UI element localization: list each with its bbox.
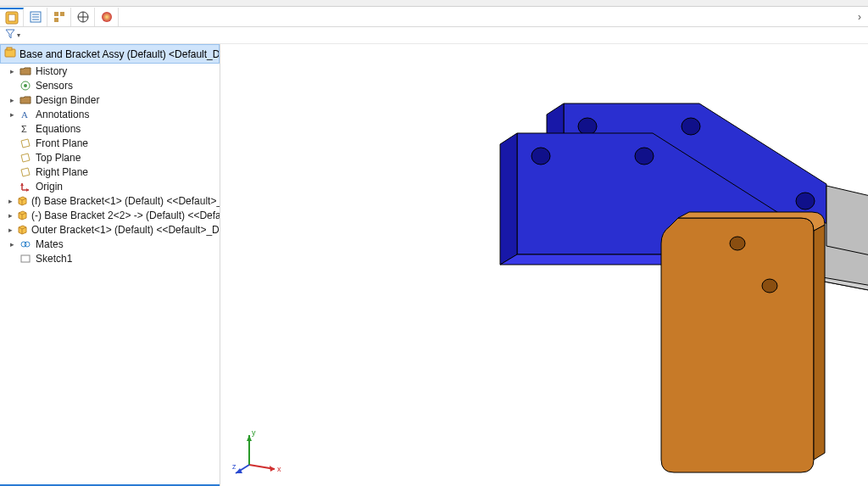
plane-icon	[19, 152, 32, 164]
annot-icon: A	[19, 109, 32, 120]
tab-property-manager[interactable]	[24, 8, 47, 26]
svg-point-33	[25, 242, 30, 247]
svg-point-16	[24, 84, 27, 87]
triad-z-label: z	[232, 462, 236, 471]
svg-rect-14	[7, 47, 12, 50]
app-root: › ▾ Base and Bracket Assy (Default) <Def…	[0, 0, 868, 486]
graphics-viewport[interactable]: x y z	[220, 44, 868, 486]
tab-display-manager[interactable]	[95, 8, 119, 26]
folder-icon	[19, 65, 32, 77]
sigma-icon: Σ	[19, 123, 32, 135]
triad-x-label: x	[277, 465, 281, 473]
sketch-icon	[19, 253, 32, 265]
plane-icon	[19, 137, 32, 149]
tree-node-label: Annotations	[36, 109, 89, 120]
tree-node[interactable]: ▸(-) Base Bracket 2<2> -> (Default) <<De…	[0, 208, 220, 222]
tree-node-label: (-) Base Bracket 2<2> -> (Default) <<Def…	[31, 209, 220, 221]
window-top-strip	[0, 0, 868, 7]
tree-node-label: Sensors	[36, 80, 73, 92]
tree-expand-toggle[interactable]: ▸	[8, 211, 13, 220]
feature-tree: ▸HistorySensors▸Design Binder▸AAnnotatio…	[0, 64, 220, 483]
tree-node-label: Mates	[36, 238, 64, 250]
svg-point-37	[796, 193, 815, 209]
panel-tabstrip: ›	[0, 7, 868, 27]
svg-marker-22	[26, 188, 29, 192]
tree-expand-toggle[interactable]: ▸	[8, 110, 15, 119]
filter-icon[interactable]	[5, 29, 15, 42]
origin-icon	[19, 181, 32, 193]
filter-row: ▾	[0, 27, 868, 44]
tree-expand-toggle[interactable]: ▸	[8, 67, 15, 75]
tree-node[interactable]: ▸Outer Bracket<1> (Default) <<Default>_D…	[0, 222, 220, 237]
panel-expand-button[interactable]: ›	[851, 11, 868, 23]
tree-expand-toggle[interactable]: ▸	[8, 96, 15, 104]
part-icon	[16, 195, 28, 207]
view-triad[interactable]: x y z	[232, 427, 283, 478]
tree-node-label: (f) Base Bracket<1> (Default) <<Default>…	[31, 195, 220, 207]
tree-node[interactable]: Front Plane	[0, 136, 220, 150]
svg-text:A: A	[21, 109, 28, 120]
tree-node-label: Sketch1	[36, 253, 72, 265]
triad-y-label: y	[252, 428, 256, 437]
plane-icon	[19, 166, 32, 178]
svg-rect-6	[54, 12, 58, 16]
tree-node[interactable]: ▸AAnnotations	[0, 107, 220, 121]
assembly-icon	[4, 47, 16, 61]
tree-node-label: Design Binder	[36, 94, 99, 106]
tree-root-label: Base and Bracket Assy (Default) <Default…	[19, 48, 220, 60]
svg-text:Σ: Σ	[21, 124, 27, 134]
part-icon	[16, 209, 28, 221]
tree-node-label: Right Plane	[36, 166, 88, 178]
tree-node[interactable]: Top Plane	[0, 150, 220, 165]
tab-feature-manager[interactable]	[0, 8, 24, 26]
tree-root-row[interactable]: Base and Bracket Assy (Default) <Default…	[0, 44, 220, 64]
svg-point-46	[762, 279, 777, 293]
tree-node[interactable]: ▸(f) Base Bracket<1> (Default) <<Default…	[0, 193, 220, 208]
tab-configuration-manager[interactable]	[47, 8, 71, 26]
svg-point-45	[730, 237, 745, 250]
svg-rect-34	[21, 255, 30, 262]
svg-rect-1	[8, 14, 15, 21]
main-area: Base and Bracket Assy (Default) <Default…	[0, 44, 868, 486]
tree-node-label: History	[36, 65, 67, 77]
svg-point-38	[531, 148, 550, 165]
tree-node-label: Equations	[36, 123, 81, 135]
tree-node[interactable]: ▸Mates	[0, 237, 220, 251]
tree-node-label: Top Plane	[36, 152, 81, 164]
tree-node[interactable]: ▸Design Binder	[0, 92, 220, 107]
svg-point-12	[102, 12, 112, 22]
tree-node-label: Origin	[36, 181, 63, 193]
tree-expand-toggle[interactable]: ▸	[8, 197, 13, 205]
tree-expand-toggle[interactable]: ▸	[8, 240, 15, 249]
tree-node[interactable]: Right Plane	[0, 165, 220, 179]
svg-rect-8	[54, 18, 58, 22]
tree-expand-toggle[interactable]: ▸	[8, 226, 13, 234]
tree-node-label: Outer Bracket<1> (Default) <<Default>_Di…	[31, 224, 220, 236]
sensor-icon	[19, 80, 32, 92]
svg-point-39	[635, 148, 654, 165]
tree-node[interactable]: ΣEquations	[0, 121, 220, 136]
svg-rect-7	[60, 12, 64, 16]
tree-node[interactable]: Sketch1	[0, 251, 220, 265]
part-icon	[16, 224, 28, 236]
svg-point-36	[682, 118, 700, 135]
tree-node[interactable]: ▸History	[0, 64, 220, 78]
svg-marker-21	[20, 183, 24, 186]
tree-node[interactable]: Sensors	[0, 78, 220, 92]
svg-marker-48	[270, 466, 275, 472]
model-rendering	[373, 53, 868, 486]
tree-node-label: Front Plane	[36, 137, 88, 149]
tree-node[interactable]: Origin	[0, 179, 220, 193]
svg-point-35	[578, 118, 597, 135]
feature-tree-panel: Base and Bracket Assy (Default) <Default…	[0, 44, 220, 486]
tab-dimxpert-manager[interactable]	[71, 8, 95, 26]
mates-icon	[19, 238, 32, 250]
filter-dropdown-icon[interactable]: ▾	[17, 31, 20, 39]
folder-icon	[19, 94, 32, 106]
